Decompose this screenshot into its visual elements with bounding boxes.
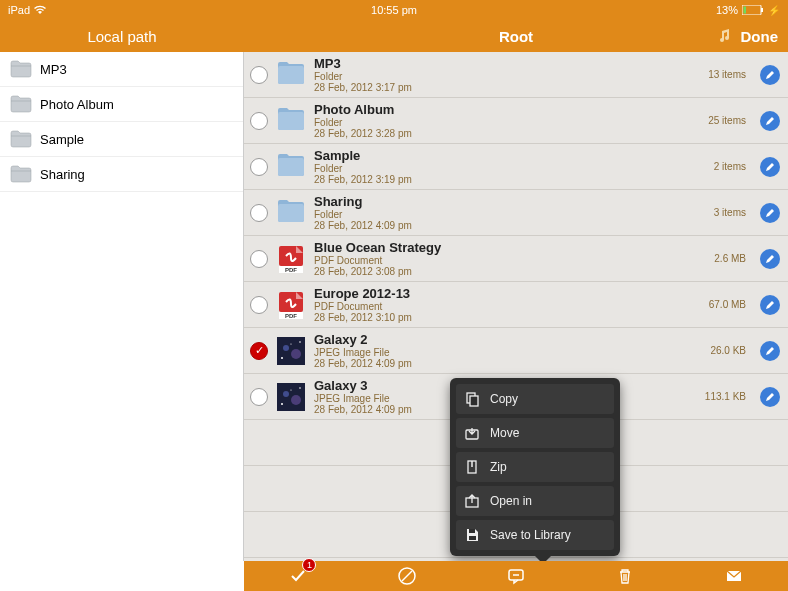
file-meta: 113.1 KB	[705, 391, 746, 402]
popup-item-openin[interactable]: Open in	[456, 486, 614, 516]
file-info: Blue Ocean StrategyPDF Document28 Feb, 2…	[314, 240, 706, 277]
svg-point-20	[290, 389, 291, 390]
openin-icon	[464, 493, 480, 509]
row-selector[interactable]	[250, 112, 268, 130]
select-button[interactable]: 1	[287, 565, 309, 587]
file-type: Folder	[314, 117, 700, 128]
file-type: PDF Document	[314, 301, 701, 312]
row-selector[interactable]	[250, 204, 268, 222]
sidebar-title: Local path	[0, 20, 244, 52]
folder-icon	[10, 130, 32, 148]
edit-button[interactable]	[760, 295, 780, 315]
folder-icon	[10, 95, 32, 113]
svg-point-19	[299, 387, 301, 389]
selection-badge: 1	[302, 558, 316, 572]
file-meta: 67.0 MB	[709, 299, 746, 310]
file-type: Folder	[314, 163, 706, 174]
file-type: Folder	[314, 71, 700, 82]
trash-button[interactable]	[614, 565, 636, 587]
edit-button[interactable]	[760, 249, 780, 269]
edit-button[interactable]	[760, 65, 780, 85]
file-name: Blue Ocean Strategy	[314, 240, 706, 255]
popup-item-label: Move	[490, 426, 519, 440]
sidebar-item-label: Photo Album	[40, 97, 114, 112]
svg-line-29	[402, 571, 412, 581]
file-row[interactable]: ✓Galaxy 2JPEG Image File28 Feb, 2012 4:0…	[244, 328, 788, 374]
row-selector[interactable]: ✓	[250, 342, 268, 360]
popup-item-label: Open in	[490, 494, 532, 508]
row-selector[interactable]	[250, 296, 268, 314]
file-info: Photo AlbumFolder28 Feb, 2012 3:28 pm	[314, 102, 700, 139]
file-name: Europe 2012-13	[314, 286, 701, 301]
wifi-icon	[34, 5, 46, 15]
file-row[interactable]: Photo AlbumFolder28 Feb, 2012 3:28 pm25 …	[244, 98, 788, 144]
svg-point-13	[299, 341, 301, 343]
popup-item-save[interactable]: Save to Library	[456, 520, 614, 550]
svg-rect-2	[743, 7, 746, 14]
sidebar-item-label: Sample	[40, 132, 84, 147]
popup-item-zip[interactable]: Zip	[456, 452, 614, 482]
mail-button[interactable]	[723, 565, 745, 587]
file-row[interactable]: PDFBlue Ocean StrategyPDF Document28 Feb…	[244, 236, 788, 282]
sidebar-item[interactable]: MP3	[0, 52, 243, 87]
file-meta: 3 items	[714, 207, 746, 218]
svg-rect-26	[469, 529, 475, 533]
save-icon	[464, 527, 480, 543]
action-popup: CopyMoveZipOpen inSave to Library	[450, 378, 620, 556]
image-icon	[276, 382, 306, 412]
popup-item-label: Zip	[490, 460, 507, 474]
sidebar-item[interactable]: Sample	[0, 122, 243, 157]
status-bar: iPad 10:55 pm 13% ⚡	[0, 0, 788, 20]
row-selector[interactable]	[250, 66, 268, 84]
folder-icon	[276, 60, 306, 90]
file-row[interactable]: MP3Folder28 Feb, 2012 3:17 pm13 items	[244, 52, 788, 98]
sidebar-item[interactable]: Photo Album	[0, 87, 243, 122]
svg-rect-27	[469, 536, 476, 540]
file-date: 28 Feb, 2012 3:28 pm	[314, 128, 700, 139]
svg-rect-1	[761, 8, 763, 12]
file-row[interactable]: PDFEurope 2012-13PDF Document28 Feb, 201…	[244, 282, 788, 328]
file-name: Sharing	[314, 194, 706, 209]
edit-button[interactable]	[760, 341, 780, 361]
svg-rect-9	[277, 337, 305, 365]
battery-icon	[742, 5, 764, 15]
device-label: iPad	[8, 4, 30, 16]
svg-point-16	[283, 391, 289, 397]
sidebar-item[interactable]: Sharing	[0, 157, 243, 192]
music-icon[interactable]	[717, 29, 731, 43]
popup-item-copy[interactable]: Copy	[456, 384, 614, 414]
file-meta: 2.6 MB	[714, 253, 746, 264]
comment-button[interactable]	[505, 565, 527, 587]
done-button[interactable]: Done	[741, 28, 779, 45]
file-type: Folder	[314, 209, 706, 220]
svg-point-12	[281, 357, 283, 359]
file-info: Europe 2012-13PDF Document28 Feb, 2012 3…	[314, 286, 701, 323]
row-selector[interactable]	[250, 158, 268, 176]
image-icon	[276, 336, 306, 366]
file-name: Sample	[314, 148, 706, 163]
sidebar-item-label: Sharing	[40, 167, 85, 182]
edit-button[interactable]	[760, 111, 780, 131]
file-info: SampleFolder28 Feb, 2012 3:19 pm	[314, 148, 706, 185]
file-date: 28 Feb, 2012 4:09 pm	[314, 220, 706, 231]
svg-point-18	[281, 403, 283, 405]
file-meta: 25 items	[708, 115, 746, 126]
popup-item-move[interactable]: Move	[456, 418, 614, 448]
file-meta: 13 items	[708, 69, 746, 80]
row-selector[interactable]	[250, 250, 268, 268]
edit-button[interactable]	[760, 157, 780, 177]
popup-item-label: Save to Library	[490, 528, 571, 542]
edit-button[interactable]	[760, 203, 780, 223]
edit-button[interactable]	[760, 387, 780, 407]
file-row[interactable]: SampleFolder28 Feb, 2012 3:19 pm2 items	[244, 144, 788, 190]
bottom-toolbar: 1	[244, 561, 788, 591]
file-info: Galaxy 2JPEG Image File28 Feb, 2012 4:09…	[314, 332, 702, 369]
deselect-button[interactable]	[396, 565, 418, 587]
row-selector[interactable]	[250, 388, 268, 406]
pdf-icon: PDF	[276, 244, 306, 274]
copy-icon	[464, 391, 480, 407]
header-bar: Local path Root Done	[0, 20, 788, 52]
svg-rect-22	[470, 396, 478, 406]
file-info: SharingFolder28 Feb, 2012 4:09 pm	[314, 194, 706, 231]
file-row[interactable]: SharingFolder28 Feb, 2012 4:09 pm3 items	[244, 190, 788, 236]
